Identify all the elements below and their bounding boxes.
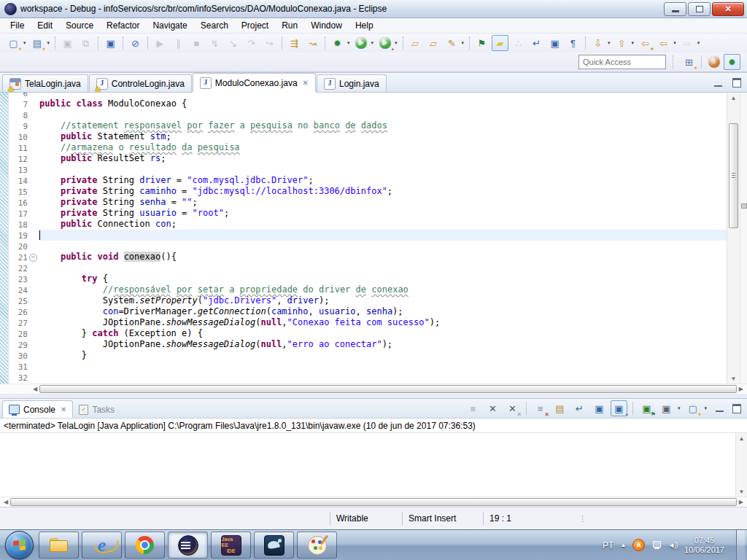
minimize-button[interactable] bbox=[664, 2, 686, 16]
external-tools-button[interactable]: ✎ bbox=[444, 35, 460, 51]
dropdown-arrow[interactable]: ▾ bbox=[371, 40, 374, 46]
restore-button[interactable] bbox=[688, 2, 711, 16]
code-line[interactable]: 18 public Connection con; bbox=[9, 219, 727, 230]
code-text[interactable]: public Statement stm; bbox=[38, 131, 727, 142]
view-minimize-icon[interactable] bbox=[714, 79, 722, 87]
avast-icon[interactable]: a bbox=[632, 539, 645, 551]
language-indicator[interactable]: PT bbox=[603, 540, 614, 551]
mark-occurrences-button[interactable]: ▰ bbox=[492, 35, 508, 51]
go-up-button[interactable]: ⇧ bbox=[614, 35, 630, 51]
editor-horizontal-scrollbar[interactable]: ◀ ▶ bbox=[0, 384, 747, 394]
code-editor[interactable]: 67public class ModuloConexao {89 //state… bbox=[0, 93, 747, 384]
code-line[interactable]: 21− public void conexao(){ bbox=[9, 252, 727, 262]
debug-button[interactable]: ✹ bbox=[329, 35, 346, 51]
back-to-editor-button[interactable]: ⇦✶ bbox=[637, 35, 654, 51]
menu-project[interactable]: Project bbox=[235, 19, 275, 32]
scrollbar-thumb[interactable] bbox=[729, 123, 738, 228]
drop-to-frame-button[interactable]: ↝ bbox=[304, 35, 321, 51]
dropdown-arrow[interactable]: ▾ bbox=[673, 40, 676, 46]
menu-source[interactable]: Source bbox=[59, 19, 100, 32]
overview-ruler[interactable] bbox=[740, 93, 747, 384]
taskbar-mysql-workbench-button[interactable] bbox=[254, 532, 294, 559]
scroll-down-icon[interactable]: ▼ bbox=[727, 373, 740, 384]
code-text[interactable]: private String driver = "com.mysql.jdbc.… bbox=[38, 175, 727, 186]
tray-expand-icon[interactable]: ▲ bbox=[620, 542, 626, 548]
code-text[interactable]: //statement responsavel por fazer a pesq… bbox=[38, 120, 727, 131]
menu-window[interactable]: Window bbox=[304, 19, 349, 32]
menu-refactor[interactable]: Refactor bbox=[100, 19, 146, 32]
tab-close-icon[interactable]: ✕ bbox=[61, 405, 66, 413]
console-vertical-scrollbar[interactable]: ▲ ▼ bbox=[735, 433, 747, 497]
run-last-tool-button[interactable]: ▶▪ bbox=[376, 35, 393, 51]
volume-icon[interactable]: ◄)) bbox=[667, 541, 678, 549]
code-line[interactable]: 6 bbox=[9, 93, 727, 98]
code-text[interactable]: public class ModuloConexao { bbox=[38, 98, 727, 109]
code-line[interactable]: 28 } catch (Exception e) { bbox=[9, 328, 727, 339]
last-edit-location-button[interactable]: ⇩ bbox=[589, 35, 606, 51]
code-line[interactable]: 24 //responsável por setar a propriedade… bbox=[9, 284, 727, 295]
editor-tab-telalogin-java[interactable]: TelaLogin.java bbox=[2, 74, 88, 92]
dropdown-arrow[interactable]: ▾ bbox=[395, 40, 398, 46]
code-line[interactable]: 22 bbox=[9, 262, 727, 273]
dropdown-arrow[interactable]: ▾ bbox=[697, 40, 700, 46]
code-text[interactable] bbox=[38, 361, 727, 372]
dropdown-arrow[interactable]: ▾ bbox=[704, 405, 707, 411]
close-button[interactable]: ✕ bbox=[712, 2, 744, 16]
code-text[interactable]: JOptionPane.showMessageDialog(null,"Cone… bbox=[38, 317, 727, 328]
code-text[interactable]: private String caminho = "jdbc:mysql://l… bbox=[38, 186, 727, 197]
remove-all-terminated-button[interactable]: ✕✕ bbox=[504, 400, 521, 416]
editor-tab-controlelogin-java[interactable]: JControleLogin.java bbox=[89, 74, 192, 92]
code-line[interactable]: 10 public Statement stm; bbox=[9, 131, 727, 142]
quick-access-input[interactable] bbox=[578, 55, 666, 69]
run-button[interactable]: ▶ bbox=[353, 35, 370, 51]
pin-console-button[interactable]: ▣⚑ bbox=[638, 400, 655, 416]
code-text[interactable]: public ResultSet rs; bbox=[38, 153, 727, 164]
clear-console-button[interactable]: ≡✕ bbox=[532, 400, 549, 416]
code-text[interactable] bbox=[38, 372, 727, 383]
console-maximize-icon[interactable] bbox=[732, 404, 741, 413]
menu-file[interactable]: File bbox=[4, 19, 31, 32]
console-horizontal-scrollbar[interactable]: ◀ ▶ bbox=[0, 497, 747, 507]
code-text[interactable] bbox=[38, 93, 727, 98]
back-button[interactable]: ⇦ bbox=[655, 35, 672, 51]
code-line[interactable]: 17 private String usuario = "root"; bbox=[9, 208, 727, 219]
open-resource-button[interactable]: ▱ bbox=[425, 35, 442, 51]
editor-tab-login-java[interactable]: JLogin.java bbox=[317, 74, 387, 92]
java-perspective-button[interactable]: J bbox=[705, 54, 722, 70]
tab-close-icon[interactable]: ✕ bbox=[303, 79, 309, 87]
step-filters-button[interactable]: ⇶ bbox=[286, 35, 303, 51]
menu-navigate[interactable]: Navigate bbox=[146, 19, 193, 32]
code-line[interactable]: 31 bbox=[9, 361, 727, 372]
console-monitor-button[interactable]: ▣ bbox=[102, 35, 119, 51]
view-maximize-icon[interactable] bbox=[732, 78, 741, 88]
code-line[interactable]: 11 //armazena o resultado da pesquisa bbox=[9, 142, 727, 153]
code-line[interactable]: 23 try { bbox=[9, 273, 727, 284]
scrollbar-thumb[interactable] bbox=[39, 385, 737, 393]
code-line[interactable]: 26 con=DriverManager.getConnection(camin… bbox=[9, 306, 727, 317]
code-line[interactable]: 30 } bbox=[9, 350, 727, 361]
scroll-left-icon[interactable]: ◀ bbox=[1, 499, 10, 505]
dropdown-arrow[interactable]: ▾ bbox=[347, 40, 350, 46]
scroll-left-icon[interactable]: ◀ bbox=[31, 386, 39, 392]
show-desktop-button[interactable] bbox=[736, 530, 745, 560]
scrollbar-thumb[interactable] bbox=[10, 498, 737, 506]
code-line[interactable]: 32 bbox=[9, 372, 727, 383]
debug-perspective-button[interactable]: ✹ bbox=[724, 54, 740, 70]
start-button[interactable] bbox=[1, 530, 37, 560]
code-line[interactable]: 20 bbox=[9, 241, 727, 252]
code-line[interactable]: 27 JOptionPane.showMessageDialog(null,"C… bbox=[9, 317, 727, 328]
code-text[interactable]: System.setProperty("jdbc.Drivers", drive… bbox=[38, 295, 727, 306]
code-text[interactable]: private String usuario = "root"; bbox=[38, 208, 727, 219]
code-lines[interactable]: 67public class ModuloConexao {89 //state… bbox=[9, 93, 727, 384]
fold-collapse-icon[interactable]: − bbox=[29, 254, 37, 262]
show-whitespace-button[interactable]: ¶ bbox=[565, 35, 581, 51]
show-source-button[interactable]: ↵ bbox=[528, 35, 545, 51]
taskbar-internet-explorer-button[interactable]: e bbox=[82, 532, 122, 559]
show-console-when-stderr-button[interactable]: ▣▪ bbox=[611, 400, 627, 416]
code-line[interactable]: 8 bbox=[9, 109, 727, 120]
code-line[interactable]: 14 private String driver = "com.mysql.jd… bbox=[9, 175, 727, 186]
new-flag-button[interactable]: ⚑ bbox=[473, 35, 490, 51]
scroll-down-icon[interactable]: ▼ bbox=[736, 486, 747, 497]
code-text[interactable]: } catch (Exception e) { bbox=[38, 328, 727, 339]
code-text[interactable]: JOptionPane.showMessageDialog(null,"erro… bbox=[38, 339, 727, 350]
